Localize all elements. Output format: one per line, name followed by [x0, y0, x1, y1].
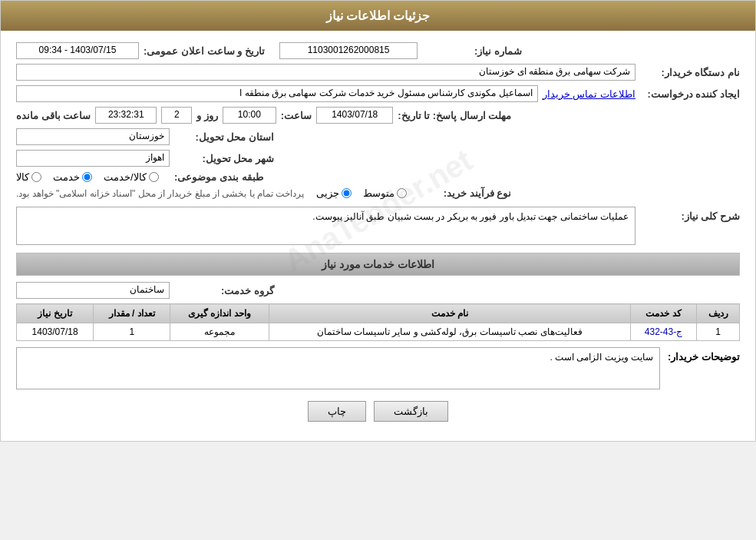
category-label: طبقه بندی موضوعی:	[163, 171, 263, 183]
td-service_name: فعالیت‌های نصب تاسیسات برق، لوله‌کشی و س…	[269, 323, 630, 341]
delivery-province: خوزستان	[16, 128, 170, 145]
buyer-org-label: نام دستگاه خریدار:	[640, 67, 740, 78]
need-desc-label: شرح کلی نیاز:	[640, 210, 740, 222]
col-service-name: نام خدمت	[269, 304, 630, 323]
delivery-city-label: شهر محل تحویل:	[174, 153, 274, 164]
creator-label: ایجاد کننده درخواست:	[640, 88, 740, 100]
announcement-date-label: تاریخ و ساعت اعلان عمومی:	[144, 45, 265, 57]
services-section-title: اطلاعات خدمات مورد نیاز	[16, 253, 740, 276]
response-time: 10:00	[223, 107, 276, 124]
delivery-city: اهواز	[16, 150, 170, 167]
radio-motavasset[interactable]: متوسط	[363, 187, 407, 199]
category-radio-group: کالا/خدمت خدمت کالا	[16, 171, 159, 183]
response-time-label: ساعت:	[281, 110, 312, 121]
td-date: 1403/07/18	[17, 323, 94, 341]
response-remaining: 23:32:31	[95, 107, 157, 124]
services-table: ردیف کد خدمت نام خدمت واحد اندازه گیری ت…	[16, 303, 740, 341]
response-date: 1403/07/18	[316, 107, 393, 124]
announcement-date-value: 1403/07/15 - 09:34	[16, 42, 139, 59]
col-unit: واحد اندازه گیری	[170, 304, 269, 323]
purchase-type-label: نوع فرآیند خرید:	[411, 187, 511, 199]
buyer-comments-text: سایت ویزیت الزامی است .	[16, 347, 660, 389]
need-number-value: 1103001262000815	[279, 42, 418, 59]
buyer-comments-section: توضیحات خریدار: سایت ویزیت الزامی است .	[16, 347, 740, 389]
purchase-type-note: پرداخت تمام یا بخشی از مبلغ خریدار از مح…	[16, 188, 304, 199]
td-service_code: ج-43-432	[630, 323, 696, 341]
radio-khedmat[interactable]: خدمت	[53, 171, 92, 183]
col-row-num: ردیف	[697, 304, 740, 323]
radio-kala[interactable]: کالا	[16, 171, 41, 183]
purchase-type-radio-group: متوسط جزیی	[316, 187, 407, 199]
response-deadline-label: مهلت ارسال پاسخ: تا تاریخ:	[398, 110, 511, 121]
col-service-code: کد خدمت	[630, 304, 696, 323]
print-button[interactable]: چاپ	[308, 401, 366, 422]
need-description-text: عملیات ساختمانی جهت تبدیل باور فیور به ب…	[16, 207, 636, 245]
page-title: جزئیات اطلاعات نیاز	[1, 1, 755, 31]
response-remaining-label: ساعت باقی مانده	[16, 110, 91, 121]
response-days-label: روز و	[196, 110, 218, 121]
radio-kala-khedmat[interactable]: کالا/خدمت	[104, 171, 159, 183]
td-quantity: 1	[94, 323, 170, 341]
service-group-value: ساختمان	[16, 282, 170, 299]
col-quantity: تعداد / مقدار	[94, 304, 170, 323]
td-unit: مجموعه	[170, 323, 269, 341]
creator-name: اسماعیل مکوندی کارشناس مسئول خرید خدمات …	[16, 85, 538, 102]
delivery-province-label: استان محل تحویل:	[174, 131, 274, 143]
response-days: 2	[161, 107, 192, 124]
buyer-comments-label: توضیحات خریدار:	[668, 351, 740, 363]
need-number-label: شماره نیاز:	[422, 45, 522, 57]
service-group-label: گروه خدمت:	[174, 285, 274, 297]
creator-link[interactable]: اطلاعات تماس خریدار	[543, 88, 636, 100]
radio-jozii[interactable]: جزیی	[316, 187, 352, 199]
action-buttons: بازگشت چاپ	[16, 401, 740, 422]
buyer-org-value: شرکت سهامی برق منطقه ای خوزستان	[16, 64, 636, 81]
col-date: تاریخ نیاز	[17, 304, 94, 323]
td-row_num: 1	[697, 323, 740, 341]
table-row: 1ج-43-432فعالیت‌های نصب تاسیسات برق، لول…	[17, 323, 740, 341]
back-button[interactable]: بازگشت	[374, 401, 448, 422]
